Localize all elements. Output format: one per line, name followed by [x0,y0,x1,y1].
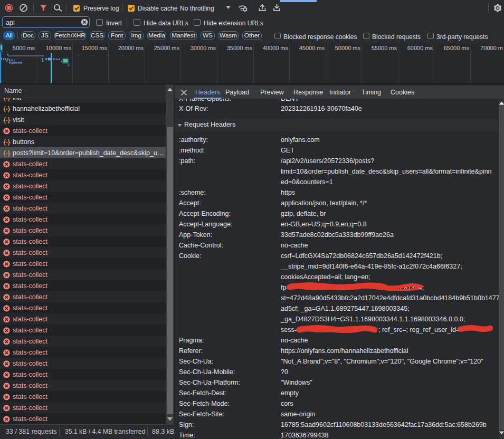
svg-text:25000 ms: 25000 ms [154,45,180,51]
svg-text:30000 ms: 30000 ms [191,45,216,51]
svg-text:70000 m: 70000 m [480,45,503,51]
svg-text:65000 ms: 65000 ms [444,45,470,51]
svg-text:45000 ms: 45000 ms [299,45,325,51]
svg-text:50000 ms: 50000 ms [335,45,361,51]
svg-text:35000 ms: 35000 ms [227,45,253,51]
svg-text:55000 ms: 55000 ms [372,45,397,51]
svg-text:10000 ms: 10000 ms [46,45,72,51]
svg-text:5000 ms: 5000 ms [13,45,35,51]
svg-text:40000 ms: 40000 ms [263,45,289,51]
svg-text:15000 ms: 15000 ms [82,45,108,51]
svg-text:60000 ms: 60000 ms [407,45,433,51]
svg-text:20000 ms: 20000 ms [118,45,144,51]
